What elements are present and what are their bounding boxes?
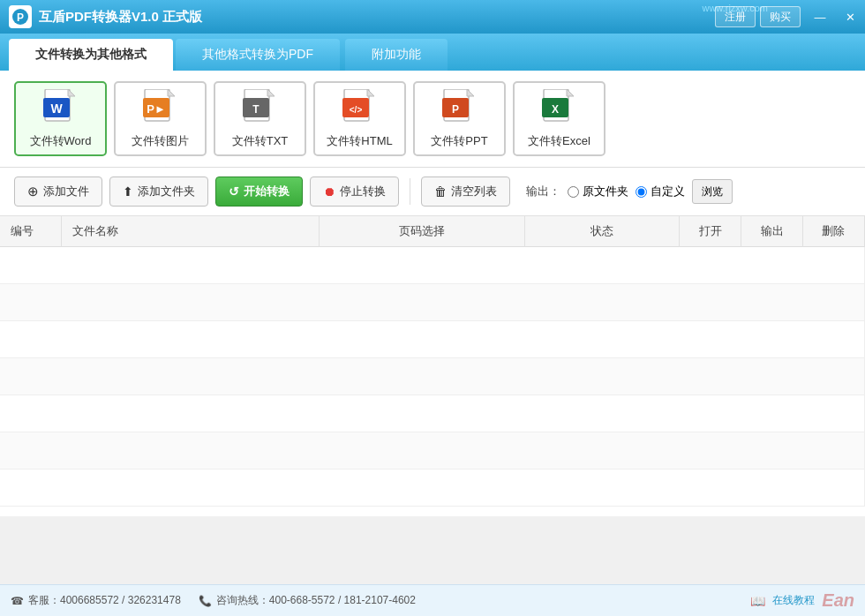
ppt-icon: P xyxy=(440,89,479,128)
format-html[interactable]: </> 文件转HTML xyxy=(313,81,406,156)
col-number: 编号 xyxy=(0,216,62,247)
stop-convert-icon: ⏺ xyxy=(323,184,335,199)
window-controls: 注册 购买 — ✕ xyxy=(715,0,865,34)
support-icon: ☎ xyxy=(11,595,24,607)
col-open: 打开 xyxy=(680,216,741,247)
footer-support: ☎ 客服：4006685572 / 326231478 xyxy=(11,593,181,608)
svg-text:P: P xyxy=(17,11,24,24)
tutorial-icon: 📖 xyxy=(750,594,765,608)
table-row xyxy=(0,432,865,470)
table-row xyxy=(0,247,865,284)
format-word[interactable]: W 文件转Word xyxy=(14,81,107,156)
hotline-text: 咨询热线：400-668-5572 / 181-2107-4602 xyxy=(216,593,416,608)
radio-original-folder[interactable]: 原文件夹 xyxy=(568,184,628,199)
add-file-button[interactable]: ⊕ 添加文件 xyxy=(14,177,102,207)
main-content: W 文件转Word P► 文件转图片 xyxy=(0,71,865,516)
table-row xyxy=(0,321,865,358)
format-icons-row: W 文件转Word P► 文件转图片 xyxy=(0,71,865,168)
buy-button[interactable]: 购买 xyxy=(760,6,801,27)
add-file-icon: ⊕ xyxy=(27,184,39,199)
add-folder-icon: ⬆ xyxy=(123,184,133,199)
col-delete: 删除 xyxy=(802,216,864,247)
table-row xyxy=(0,284,865,321)
svg-text:P►: P► xyxy=(147,102,166,116)
footer-right: 📖 在线教程 Ean xyxy=(750,590,854,611)
file-table: 编号 文件名称 页码选择 状态 打开 输出 删除 xyxy=(0,216,865,507)
browse-button[interactable]: 浏览 xyxy=(692,179,733,204)
close-button[interactable]: ✕ xyxy=(835,0,865,34)
svg-text:P: P xyxy=(451,103,458,116)
titlebar: P 互盾PDF转换器V1.0 正式版 www.rjzxw.com 注册 购买 —… xyxy=(0,0,865,34)
html-icon: </> xyxy=(341,89,380,128)
support-text: 客服：4006685572 / 326231478 xyxy=(28,593,181,608)
format-word-label: 文件转Word xyxy=(30,133,92,149)
footer: ☎ 客服：4006685572 / 326231478 📞 咨询热线：400-6… xyxy=(0,584,865,616)
start-convert-icon: ↺ xyxy=(229,184,239,199)
tab-to-other-format[interactable]: 文件转换为其他格式 xyxy=(9,39,173,71)
format-txt[interactable]: T 文件转TXT xyxy=(214,81,306,156)
clear-list-button[interactable]: 🗑 清空列表 xyxy=(421,177,510,207)
svg-text:X: X xyxy=(551,103,558,116)
format-excel[interactable]: X 文件转Excel xyxy=(513,81,606,156)
format-image[interactable]: P► 文件转图片 xyxy=(114,81,207,156)
app-logo: P xyxy=(9,5,32,28)
table-row xyxy=(0,395,865,432)
minimize-button[interactable]: — xyxy=(805,0,835,34)
col-page: 页码选择 xyxy=(319,216,524,247)
register-button[interactable]: 注册 xyxy=(715,6,756,27)
col-filename: 文件名称 xyxy=(62,216,320,247)
footer-watermark: Ean xyxy=(822,590,854,611)
format-excel-label: 文件转Excel xyxy=(528,133,590,149)
file-table-container: 编号 文件名称 页码选择 状态 打开 输出 删除 xyxy=(0,216,865,516)
online-tutorial-link[interactable]: 在线教程 xyxy=(772,593,815,608)
tab-bar: 文件转换为其他格式 其他格式转换为PDF 附加功能 xyxy=(0,34,865,71)
col-output: 输出 xyxy=(741,216,803,247)
excel-icon: X xyxy=(540,89,579,128)
hotline-icon: 📞 xyxy=(199,595,212,607)
format-txt-label: 文件转TXT xyxy=(232,133,289,149)
format-ppt[interactable]: P 文件转PPT xyxy=(413,81,506,156)
stop-convert-button[interactable]: ⏺ 停止转换 xyxy=(310,177,399,207)
footer-hotline: 📞 咨询热线：400-668-5572 / 181-2107-4602 xyxy=(199,593,416,608)
table-header-row: 编号 文件名称 页码选择 状态 打开 输出 删除 xyxy=(0,216,865,247)
radio-custom[interactable]: 自定义 xyxy=(636,184,685,199)
add-folder-button[interactable]: ⬆ 添加文件夹 xyxy=(109,177,208,207)
toolbar: ⊕ 添加文件 ⬆ 添加文件夹 ↺ 开始转换 ⏺ 停止转换 🗑 清空列表 输出： … xyxy=(0,168,865,216)
svg-text:</>: </> xyxy=(349,105,362,115)
table-row xyxy=(0,358,865,395)
format-ppt-label: 文件转PPT xyxy=(431,133,487,149)
image-icon: P► xyxy=(141,89,180,128)
tab-extra-function[interactable]: 附加功能 xyxy=(345,39,448,71)
svg-text:W: W xyxy=(50,101,63,116)
svg-text:T: T xyxy=(252,103,260,116)
table-body xyxy=(0,247,865,507)
format-html-label: 文件转HTML xyxy=(327,133,392,149)
col-status: 状态 xyxy=(525,216,680,247)
clear-list-icon: 🗑 xyxy=(434,184,447,199)
table-row xyxy=(0,470,865,507)
start-convert-button[interactable]: ↺ 开始转换 xyxy=(215,177,303,207)
txt-icon: T xyxy=(241,89,280,128)
output-section: 输出： 原文件夹 自定义 浏览 xyxy=(526,179,733,204)
word-icon: W xyxy=(41,89,80,128)
toolbar-separator xyxy=(410,178,410,205)
format-image-label: 文件转图片 xyxy=(132,133,189,149)
tab-to-pdf[interactable]: 其他格式转换为PDF xyxy=(176,39,340,71)
app-title: 互盾PDF转换器V1.0 正式版 xyxy=(39,9,202,26)
